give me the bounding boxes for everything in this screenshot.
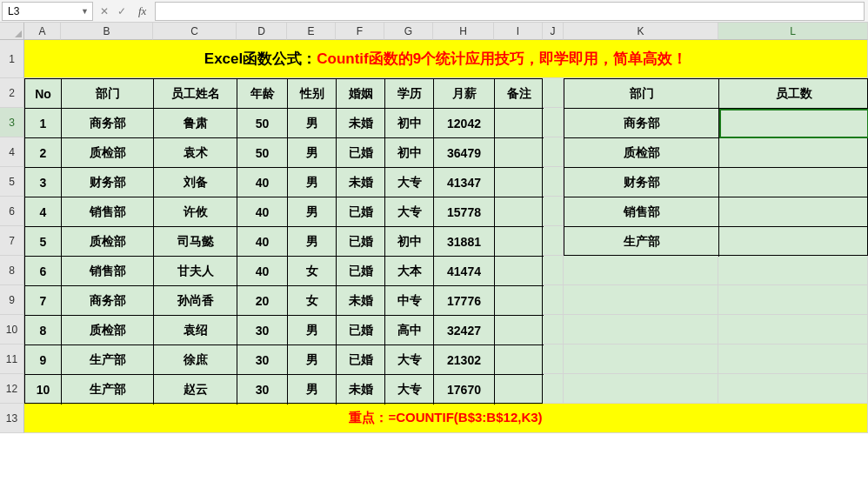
main-data-cell[interactable]: 销售部 <box>62 257 154 286</box>
main-header-cell[interactable]: 员工姓名 <box>154 79 237 109</box>
main-data-cell[interactable] <box>495 345 544 375</box>
side-data-cell[interactable] <box>719 138 868 168</box>
side-data-cell[interactable] <box>719 109 868 138</box>
main-data-cell[interactable]: 31881 <box>434 227 495 257</box>
cell-K11[interactable] <box>564 344 718 374</box>
select-all-corner[interactable] <box>0 23 24 40</box>
main-data-cell[interactable]: 41474 <box>434 257 495 286</box>
cell-J7[interactable] <box>543 226 564 256</box>
main-data-cell[interactable]: 已婚 <box>337 316 385 345</box>
main-data-cell[interactable]: 质检部 <box>62 138 154 168</box>
main-data-cell[interactable]: 大专 <box>385 197 434 227</box>
cell-K9[interactable] <box>564 285 718 315</box>
column-header-L[interactable]: L <box>718 23 868 40</box>
main-data-cell[interactable]: 袁绍 <box>154 316 237 345</box>
title-cell[interactable]: Excel函数公式：Countif函数的9个统计应用技巧，即学即用，简单高效！ <box>24 40 868 78</box>
row-header-9[interactable]: 9 <box>0 285 24 315</box>
main-data-cell[interactable]: 高中 <box>385 316 434 345</box>
main-data-cell[interactable]: 8 <box>25 316 62 345</box>
column-header-A[interactable]: A <box>24 23 61 40</box>
column-header-I[interactable]: I <box>494 23 543 40</box>
main-data-cell[interactable]: 2 <box>25 138 62 168</box>
main-data-cell[interactable]: 初中 <box>385 227 434 257</box>
formula-input[interactable] <box>155 2 865 21</box>
column-header-C[interactable]: C <box>153 23 237 40</box>
cell-J11[interactable] <box>543 344 564 374</box>
cell-J5[interactable] <box>543 167 564 197</box>
cell-L12[interactable] <box>718 374 868 404</box>
main-header-cell[interactable]: 部门 <box>62 79 154 109</box>
main-data-cell[interactable]: 大专 <box>385 375 434 405</box>
cell-J2[interactable] <box>543 78 564 108</box>
main-data-cell[interactable]: 销售部 <box>62 197 154 227</box>
main-data-cell[interactable]: 大专 <box>385 345 434 375</box>
row-header-11[interactable]: 11 <box>0 344 24 374</box>
column-header-G[interactable]: G <box>384 23 433 40</box>
cell-K10[interactable] <box>564 315 718 344</box>
cell-L11[interactable] <box>718 344 868 374</box>
column-header-K[interactable]: K <box>564 23 718 40</box>
main-data-cell[interactable]: 40 <box>237 168 288 197</box>
cell-K8[interactable] <box>564 256 718 285</box>
main-header-cell[interactable]: 学历 <box>385 79 434 109</box>
main-data-cell[interactable]: 财务部 <box>62 168 154 197</box>
main-data-cell[interactable]: 甘夫人 <box>154 257 237 286</box>
main-data-cell[interactable]: 32427 <box>434 316 495 345</box>
main-data-cell[interactable]: 女 <box>288 257 337 286</box>
row-header-2[interactable]: 2 <box>0 78 24 108</box>
main-data-cell[interactable]: 男 <box>288 168 337 197</box>
side-data-cell[interactable] <box>719 168 868 197</box>
main-data-cell[interactable]: 30 <box>237 375 288 405</box>
main-data-cell[interactable]: 刘备 <box>154 168 237 197</box>
main-data-cell[interactable]: 已婚 <box>337 227 385 257</box>
column-header-J[interactable]: J <box>543 23 564 40</box>
main-data-cell[interactable] <box>495 197 544 227</box>
row-header-13[interactable]: 13 <box>0 404 24 433</box>
cell-J3[interactable] <box>543 108 564 137</box>
row-header-7[interactable]: 7 <box>0 226 24 256</box>
cell-J4[interactable] <box>543 137 564 167</box>
main-header-cell[interactable]: 性别 <box>288 79 337 109</box>
main-data-cell[interactable]: 36479 <box>434 138 495 168</box>
cell-J10[interactable] <box>543 315 564 344</box>
main-data-cell[interactable]: 男 <box>288 345 337 375</box>
grid[interactable]: Excel函数公式：Countif函数的9个统计应用技巧，即学即用，简单高效！重… <box>24 40 868 433</box>
enter-icon[interactable]: ✓ <box>117 5 126 17</box>
side-data-cell[interactable]: 生产部 <box>564 227 719 257</box>
cell-J12[interactable] <box>543 374 564 404</box>
main-data-cell[interactable]: 孙尚香 <box>154 286 237 316</box>
row-header-1[interactable]: 1 <box>0 40 24 78</box>
row-header-4[interactable]: 4 <box>0 137 24 167</box>
main-data-cell[interactable]: 女 <box>288 286 337 316</box>
main-data-cell[interactable]: 司马懿 <box>154 227 237 257</box>
main-data-cell[interactable]: 大本 <box>385 257 434 286</box>
footer-cell[interactable]: 重点：=COUNTIF(B$3:B$12,K3) <box>24 404 868 433</box>
main-data-cell[interactable]: 质检部 <box>62 316 154 345</box>
main-data-cell[interactable]: 40 <box>237 227 288 257</box>
main-data-cell[interactable]: 男 <box>288 375 337 405</box>
main-data-cell[interactable]: 初中 <box>385 138 434 168</box>
side-data-cell[interactable]: 质检部 <box>564 138 719 168</box>
main-data-cell[interactable]: 已婚 <box>337 197 385 227</box>
main-data-cell[interactable] <box>495 257 544 286</box>
main-data-cell[interactable]: 已婚 <box>337 345 385 375</box>
main-data-cell[interactable]: 3 <box>25 168 62 197</box>
main-data-cell[interactable]: 未婚 <box>337 168 385 197</box>
row-header-10[interactable]: 10 <box>0 315 24 344</box>
side-data-cell[interactable]: 财务部 <box>564 168 719 197</box>
main-data-cell[interactable]: 17670 <box>434 375 495 405</box>
main-data-cell[interactable]: 41347 <box>434 168 495 197</box>
main-data-cell[interactable]: 30 <box>237 316 288 345</box>
main-data-cell[interactable]: 徐庶 <box>154 345 237 375</box>
fx-icon[interactable]: fx <box>138 4 146 18</box>
main-data-cell[interactable]: 50 <box>237 138 288 168</box>
main-data-cell[interactable]: 40 <box>237 257 288 286</box>
row-header-6[interactable]: 6 <box>0 197 24 226</box>
name-box[interactable]: L3 ▼ <box>2 2 93 21</box>
main-data-cell[interactable]: 5 <box>25 227 62 257</box>
column-header-D[interactable]: D <box>237 23 287 40</box>
main-data-cell[interactable]: 男 <box>288 109 337 138</box>
cancel-icon[interactable]: ✕ <box>100 5 109 17</box>
main-data-cell[interactable] <box>495 286 544 316</box>
main-data-cell[interactable]: 男 <box>288 316 337 345</box>
